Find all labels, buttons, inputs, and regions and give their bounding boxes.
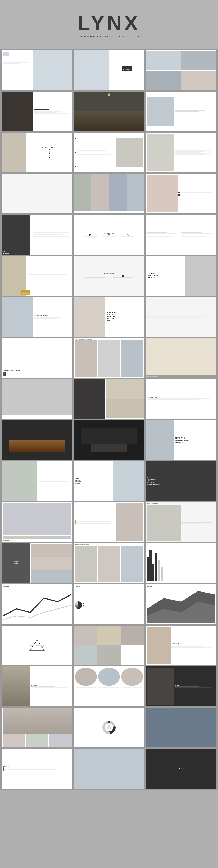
contact-label: CONTACT — [3, 766, 71, 767]
slide-24: Distinctive Design For Distinctive Inter… — [146, 338, 216, 378]
slide-8 — [74, 133, 144, 173]
slide-26 — [74, 379, 144, 419]
adaptive-label: ADAPTIVE TUNING ENVIRONMENTS — [75, 545, 143, 545]
slide-3 — [146, 51, 216, 90]
slide-25: THE FUTURE OF HOME — [2, 379, 72, 419]
slide-33: PURITYTHROUGHTHEDESIGNEDENVIRONMENT — [146, 461, 216, 501]
slide-2: ABOUT US — [74, 51, 144, 90]
slide-9 — [146, 133, 216, 173]
iphone-mockup-label: iPHONE MOCKUP — [3, 369, 71, 371]
style-walls-label: STYLE YOUR WALLS — [147, 397, 215, 398]
slide-21 — [146, 297, 216, 337]
slide-43 — [2, 625, 72, 665]
slide-17: OUR SERVICES — [74, 256, 144, 296]
svg-point-7 — [107, 725, 111, 730]
slide24-text: Distinctive Design For Distinctive Inter… — [147, 376, 215, 377]
line-chart-label: LINE CHART — [3, 586, 71, 587]
slide-14: OUR SERVICES — [74, 215, 144, 255]
slide-51 — [146, 708, 216, 747]
slide-23: HOME THROUGHOUT TIME FRAME — [74, 338, 144, 378]
toc-label: TABLE OF CONTENTS — [3, 57, 32, 58]
slide-19: INSPIRATIONAL SPACE — [2, 297, 72, 337]
home-timeframe-label: HOME THROUGHOUT TIME FRAME — [75, 339, 143, 340]
slide-5 — [74, 92, 144, 131]
slide-16: DELIVERABLES — [2, 256, 72, 296]
slide-11: FOUR PHOTOS — [74, 174, 144, 214]
slide-53 — [74, 749, 144, 788]
svg-point-9 — [113, 726, 115, 728]
slide-12: 1 2 — [146, 174, 216, 214]
svg-point-10 — [108, 732, 110, 734]
slide-40: LINE CHART — [2, 584, 72, 624]
slide-20: FURNITURE& DESIGNWITH THEWEST INMIND — [74, 297, 144, 337]
slide-41: PIE CHART — [74, 584, 144, 624]
deliverables-label: DELIVERABLES — [22, 293, 29, 294]
slide-36: THE DESIGN PROFILE — [146, 502, 216, 542]
services-left-label: OURSERVICES — [3, 251, 9, 254]
slide-32: A SMALLEFFICIENTINTERIORDESIGN — [74, 461, 144, 501]
through-designed-label: THROUGHTHEDESIGNEDENVIRONMENT — [13, 561, 19, 565]
slide-37: THROUGHTHEDESIGNEDENVIRONMENT — [2, 543, 72, 583]
slides-container: TABLE OF CONTENTS ABOUT US — [0, 49, 218, 790]
slide-28 — [2, 420, 72, 460]
design-profile-label: THE DESIGN PROFILE — [147, 503, 215, 504]
small-efficient-label: A SMALLEFFICIENTINTERIORDESIGN — [75, 478, 112, 484]
slide-54: LYNX — [146, 749, 216, 788]
slide-47 — [74, 666, 144, 706]
slide-52: CONTACT — [2, 749, 72, 788]
slide-50 — [74, 708, 144, 747]
purity-through-label: PURITYTHROUGHTHEDESIGNEDENVIRONMENT — [147, 476, 160, 486]
outro-logo: LYNX — [178, 768, 184, 770]
slide-30: DESIGNINGSPACES TOENHANCE YOURBUSINESS — [146, 420, 216, 460]
pie-chart-label: PIE CHART — [75, 586, 143, 587]
services-icons-label: OUR SERVICES — [104, 232, 114, 234]
slide-13: OURSERVICES — [2, 215, 72, 255]
services-2-label: OUR SERVICES — [104, 273, 114, 274]
slide-7: VERTICAL TIMELINE — [2, 133, 72, 173]
eot-label: END OF TIMELINE — [3, 210, 71, 211]
designing-spaces-label: DESIGNINGSPACES TOENHANCE YOURBUSINESS — [175, 436, 215, 444]
inside-counts-label: IT'S THEINSIDE THATCOUNTS — [147, 273, 183, 279]
slide-35 — [74, 502, 144, 542]
twist-inspire-label: TWIST INSPIRE WINDOWS — [38, 479, 71, 480]
slide-10: END OF TIMELINE — [2, 174, 72, 214]
slide-27: STYLE YOUR WALLS — [146, 379, 216, 419]
slide-48: JOHN DOE — [146, 666, 216, 706]
slide-38: ADAPTIVE TUNING ENVIRONMENTS — [74, 543, 144, 583]
column-chart-label: COLUMN CHART — [147, 545, 215, 546]
slide-4: DARK INTERIOR — [2, 92, 72, 131]
slide-18: IT'S THEINSIDE THATCOUNTS — [146, 256, 216, 296]
slide-34: DISTINCTIVE DESIGN — [2, 502, 72, 542]
distinctive-design-label: DISTINCTIVE DESIGN — [3, 540, 71, 541]
svg-point-8 — [108, 721, 110, 723]
slide-39: COLUMN CHART — [146, 543, 216, 583]
future-home-label: THE FUTURE OF HOME — [3, 416, 71, 417]
inspirational-label: INSPIRATIONAL SPACE — [34, 315, 71, 316]
about-us-label: ABOUT US — [123, 69, 130, 70]
slide-49 — [2, 708, 72, 747]
slide-15 — [146, 215, 216, 255]
slide-22: iPHONE MOCKUP — [2, 338, 72, 378]
furniture-label: FURNITURE& DESIGNWITH THEWEST INMIND — [107, 312, 143, 321]
john-doe-dark-label: JOHN DOE — [175, 685, 215, 686]
slide-29 — [74, 420, 144, 460]
header-section: LYNX PRESENTATION TEMPLATE — [0, 0, 218, 49]
slide-31: TWIST INSPIRE WINDOWS — [2, 461, 72, 501]
slide-44 — [74, 625, 144, 665]
slide-45: JOHN DOE — [146, 625, 216, 665]
slide-42: IDEA CHART — [146, 584, 216, 624]
logo-subtitle: PRESENTATION TEMPLATE — [77, 35, 141, 38]
john-doe-2-label: JOHN DOE — [31, 685, 71, 686]
idea-chart-label: IDEA CHART — [147, 586, 215, 587]
svg-point-11 — [103, 726, 105, 728]
logo-title: LYNX — [77, 13, 140, 33]
four-photos-label: FOUR PHOTOS — [105, 212, 113, 213]
vtimeline-label: VERTICAL TIMELINE — [42, 147, 57, 148]
slide-6 — [146, 92, 216, 131]
slide-1: TABLE OF CONTENTS — [2, 51, 72, 90]
slide-46: JOHN DOE — [2, 666, 72, 706]
john-doe-label: JOHN DOE — [172, 643, 215, 644]
